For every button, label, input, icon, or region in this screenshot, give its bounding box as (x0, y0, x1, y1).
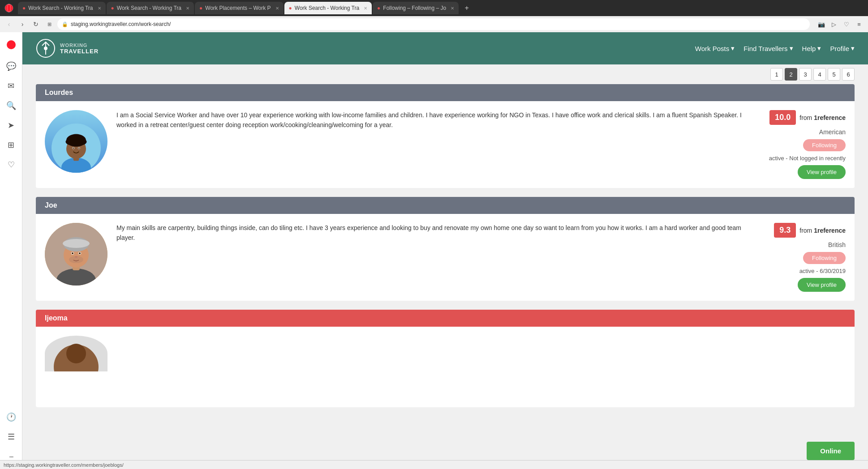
joe-avatar-container (45, 223, 107, 286)
reload-button[interactable]: ↻ (30, 19, 41, 30)
bookmark-icon[interactable]: ♡ (841, 19, 852, 30)
lourdes-avatar-container (45, 110, 107, 173)
lourdes-rating-score: 10.0 (769, 110, 796, 125)
joe-rating-text: from 1reference (799, 227, 846, 234)
heart-sidebar-icon[interactable]: ♡ (3, 157, 19, 173)
home-button[interactable]: ⊞ (44, 19, 55, 30)
find-travellers-arrow: ▾ (790, 44, 793, 52)
camera-icon[interactable]: 📷 (816, 19, 827, 30)
lourdes-header: Lourdes (36, 84, 855, 101)
page-btn-6[interactable]: 6 (842, 68, 855, 81)
search-sidebar-icon[interactable]: 🔍 (3, 98, 19, 114)
ijeoma-name: Ijeoma (45, 314, 68, 322)
joe-actions: 9.3 from 1reference British Following ac… (756, 223, 846, 292)
ijeoma-body (36, 327, 855, 407)
svg-point-21 (63, 239, 90, 248)
secure-icon: 🔒 (62, 21, 68, 27)
forward-button[interactable]: › (17, 19, 28, 30)
lourdes-rating-badge: 10.0 from 1reference (769, 110, 846, 125)
lourdes-avatar-svg (52, 124, 101, 173)
svg-point-27 (75, 256, 77, 258)
clock-sidebar-icon[interactable]: 🕐 (3, 409, 19, 425)
lourdes-rating-text: from 1reference (799, 114, 846, 121)
page-btn-3[interactable]: 3 (799, 68, 812, 81)
site-logo[interactable]: WORKING TRAVELLER (36, 38, 99, 58)
tab-1[interactable]: ● Work Search - Working Tra ✕ (18, 2, 106, 14)
svg-point-29 (66, 344, 86, 363)
tab-close-1[interactable]: ✕ (98, 6, 101, 11)
left-sidebar: 💬 ✉ 🔍 ➤ ⊞ ♡ 🕐 ☰ ··· (0, 32, 22, 469)
joe-bio: My main skills are carpentry, building t… (116, 223, 747, 243)
joe-rating-score: 9.3 (774, 223, 796, 238)
menu-icon[interactable]: ≡ (854, 19, 864, 30)
browser-chrome: ● Work Search - Working Tra ✕ ● Work Sea… (0, 0, 868, 32)
ijeoma-avatar-container (45, 336, 107, 398)
site-header: WORKING TRAVELLER Work Posts ▾ Find Trav… (22, 32, 868, 64)
svg-point-1 (7, 4, 11, 12)
nav-find-travellers[interactable]: Find Travellers ▾ (743, 44, 793, 52)
svg-point-24 (72, 252, 73, 254)
joe-view-profile-button[interactable]: View profile (798, 278, 846, 292)
status-url: https://staging.workingtraveller.com/mem… (4, 462, 124, 468)
joe-nationality: British (828, 241, 846, 248)
work-posts-arrow: ▾ (731, 44, 735, 52)
page-btn-1[interactable]: 1 (770, 68, 783, 81)
site-nav: Work Posts ▾ Find Travellers ▾ Help ▾ Pr… (695, 44, 855, 52)
page-btn-5[interactable]: 5 (828, 68, 840, 81)
page-btn-2[interactable]: 2 (785, 68, 797, 81)
nav-profile[interactable]: Profile ▾ (830, 44, 855, 52)
lourdes-bio: I am a Social Service Worker and have ov… (116, 110, 747, 130)
pagination-bar: 1 2 3 4 5 6 (22, 64, 868, 84)
nav-work-posts[interactable]: Work Posts ▾ (695, 44, 735, 52)
send-sidebar-icon[interactable]: ➤ (3, 117, 19, 133)
logo-svg (36, 38, 56, 58)
svg-point-13 (73, 147, 74, 149)
tab-3[interactable]: ● Work Placements – Work P ✕ (195, 2, 284, 14)
lourdes-avatar (45, 110, 107, 173)
svg-point-3 (7, 40, 16, 49)
tab-close-2[interactable]: ✕ (186, 6, 189, 11)
tab-bar: ● Work Search - Working Tra ✕ ● Work Sea… (0, 0, 868, 16)
lourdes-active-status: active - Not logged in recently (769, 155, 846, 162)
tab-close-3[interactable]: ✕ (275, 6, 279, 11)
new-tab-button[interactable]: + (461, 3, 472, 13)
tab-close-5[interactable]: ✕ (451, 6, 454, 11)
message-sidebar-icon[interactable]: ✉ (3, 78, 19, 94)
joe-rating-badge: 9.3 from 1reference (774, 223, 846, 238)
tab-4[interactable]: ● Work Search - Working Tra ✕ (284, 2, 372, 14)
status-bar: https://staging.workingtraveller.com/mem… (0, 460, 868, 469)
joe-avatar-svg (45, 223, 107, 286)
lourdes-actions: 10.0 from 1reference American Following … (756, 110, 846, 179)
apps-sidebar-icon[interactable]: ⊞ (3, 137, 19, 153)
tab-5[interactable]: ● Following – Following – Jo ✕ (373, 2, 459, 14)
profile-cards: Lourdes (22, 84, 868, 416)
online-banner: Online (807, 442, 855, 460)
nav-bar: ‹ › ↻ ⊞ 🔒 staging.workingtraveller.com/w… (0, 16, 868, 32)
address-bar[interactable]: 🔒 staging.workingtraveller.com/work-sear… (57, 18, 810, 30)
lourdes-nationality: American (819, 128, 846, 136)
joe-header: Joe (36, 197, 855, 214)
address-text: staging.workingtraveller.com/work-search… (71, 21, 171, 27)
joe-avatar (45, 223, 107, 286)
tab-2[interactable]: ● Work Search - Working Tra ✕ (107, 2, 194, 14)
back-button[interactable]: ‹ (4, 19, 14, 30)
nav-right-controls: 📷 ▷ ♡ ≡ (816, 19, 864, 30)
tab-close-4[interactable]: ✕ (364, 6, 367, 11)
lourdes-follow-button[interactable]: Following (803, 139, 846, 151)
svg-point-26 (79, 252, 81, 254)
opera-sidebar-icon (3, 37, 19, 53)
joe-active-status: active - 6/30/2019 (799, 268, 846, 274)
chat-sidebar-icon[interactable]: 💬 (3, 58, 19, 74)
joe-follow-button[interactable]: Following (803, 252, 846, 264)
svg-point-15 (78, 147, 80, 149)
menu-sidebar-icon[interactable]: ☰ (3, 429, 19, 445)
opera-logo (4, 3, 14, 13)
nav-help[interactable]: Help ▾ (802, 44, 821, 52)
page-btn-4[interactable]: 4 (813, 68, 826, 81)
lourdes-view-profile-button[interactable]: View profile (798, 165, 846, 179)
help-arrow: ▾ (817, 44, 821, 52)
cast-icon[interactable]: ▷ (829, 19, 839, 30)
joe-body: My main skills are carpentry, building t… (36, 214, 855, 301)
ijeoma-header: Ijeoma (36, 310, 855, 327)
svg-point-5 (44, 47, 47, 50)
